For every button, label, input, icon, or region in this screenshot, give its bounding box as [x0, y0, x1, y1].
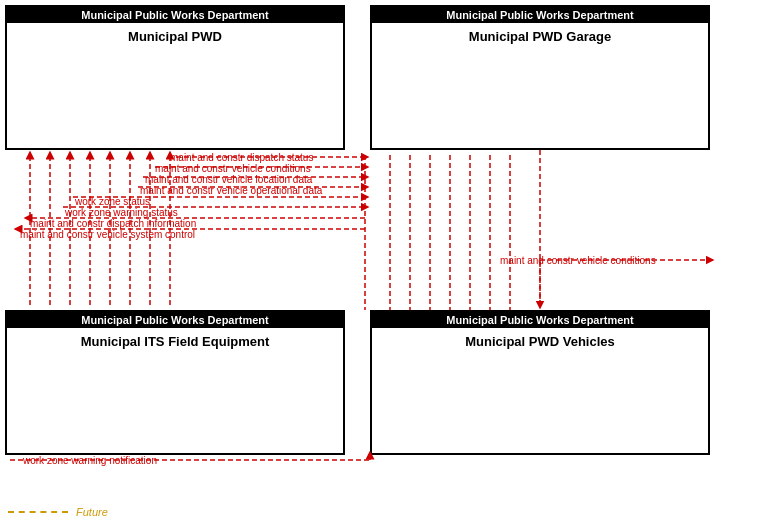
label-dispatch-status: maint and constr dispatch status — [170, 152, 313, 163]
label-vehicle-system-control: maint and constr vehicle system control — [20, 229, 195, 240]
node-pwd-garage-title: Municipal PWD Garage — [372, 23, 708, 50]
node-vehicles: Municipal Public Works Department Munici… — [370, 310, 710, 455]
legend-label: Future — [76, 506, 108, 518]
node-pwd: Municipal Public Works Department Munici… — [5, 5, 345, 150]
node-vehicles-header: Municipal Public Works Department — [372, 312, 708, 328]
label-dispatch-info: maint and constr dispatch information — [30, 218, 196, 229]
label-work-zone-status: work zone status — [75, 196, 150, 207]
label-work-zone-notification: work zone warning notification — [23, 455, 157, 466]
label-vehicle-conditions-right: maint and constr vehicle conditions — [500, 255, 656, 266]
label-vehicle-operational: maint and constr vehicle operational dat… — [140, 185, 322, 196]
node-pwd-garage-header: Municipal Public Works Department — [372, 7, 708, 23]
label-vehicle-conditions: maint and constr vehicle conditions — [155, 163, 311, 174]
diagram-container: Municipal Public Works Department Munici… — [0, 0, 766, 526]
node-pwd-header: Municipal Public Works Department — [7, 7, 343, 23]
node-field-header: Municipal Public Works Department — [7, 312, 343, 328]
node-pwd-garage: Municipal Public Works Department Munici… — [370, 5, 710, 150]
label-vehicle-location: maint and constr vehicle location data — [145, 174, 312, 185]
legend-line — [8, 511, 68, 513]
node-vehicles-title: Municipal PWD Vehicles — [372, 328, 708, 355]
node-field: Municipal Public Works Department Munici… — [5, 310, 345, 455]
label-work-zone-warning: work zone warning status — [65, 207, 178, 218]
legend: Future — [8, 506, 108, 518]
node-pwd-title: Municipal PWD — [7, 23, 343, 50]
node-field-title: Municipal ITS Field Equipment — [7, 328, 343, 355]
